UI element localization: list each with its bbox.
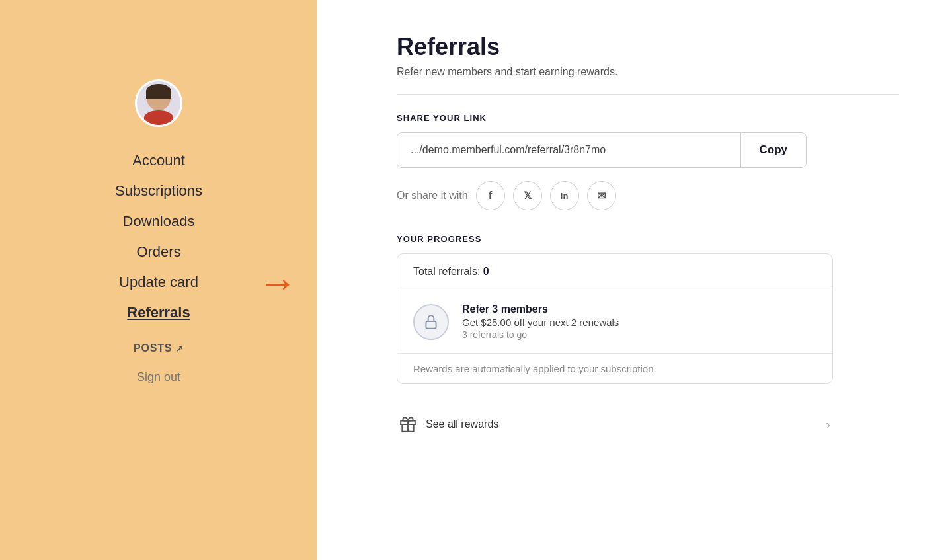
twitter-share-button[interactable]: 𝕏 [513, 181, 542, 210]
arrow-annotation: → [258, 263, 298, 303]
see-rewards-label: See all rewards [426, 419, 816, 430]
reward-desc: Get $25.00 off your next 2 renewals [462, 317, 619, 328]
progress-section-label: YOUR PROGRESS [397, 234, 899, 244]
social-share-row: Or share it with f 𝕏 in ✉ [397, 181, 899, 210]
sidebar-item-referrals[interactable]: Referrals [127, 300, 190, 325]
facebook-icon: f [489, 189, 493, 202]
reward-row: Refer 3 members Get $25.00 off your next… [397, 290, 832, 354]
main-content: Referrals Refer new members and start ea… [317, 0, 952, 560]
total-referrals-value: 0 [483, 266, 489, 277]
share-link-box: Copy [397, 132, 807, 168]
progress-card: Total referrals: 0 Refer 3 members Get $… [397, 253, 833, 384]
sidebar-item-account[interactable]: Account [132, 148, 185, 173]
avatar [135, 79, 182, 127]
social-share-label: Or share it with [397, 190, 468, 202]
reward-lock-icon-wrap [413, 304, 449, 340]
copy-button[interactable]: Copy [740, 133, 807, 167]
linkedin-share-button[interactable]: in [550, 181, 579, 210]
progress-section: YOUR PROGRESS Total referrals: 0 Refer 3… [397, 234, 899, 384]
sidebar-item-posts[interactable]: POSTS ↗ [134, 339, 184, 358]
reward-remaining: 3 referrals to go [462, 329, 619, 340]
svg-rect-0 [426, 321, 436, 328]
referral-link-input[interactable] [397, 133, 740, 167]
sidebar-item-update-card[interactable]: Update card [119, 270, 198, 295]
reward-info: Refer 3 members Get $25.00 off your next… [462, 303, 619, 340]
total-referrals-label: Total referrals: [413, 266, 480, 277]
linkedin-icon: in [561, 191, 569, 201]
sidebar: Account Subscriptions Downloads Orders U… [0, 0, 317, 560]
page-subtitle: Refer new members and start earning rewa… [397, 66, 899, 78]
sidebar-item-signout[interactable]: Sign out [137, 366, 180, 388]
reward-note-row: Rewards are automatically applied to you… [397, 354, 832, 383]
total-referrals-row: Total referrals: 0 [397, 254, 832, 290]
lock-icon [422, 313, 440, 331]
sidebar-item-downloads[interactable]: Downloads [123, 209, 195, 234]
chevron-right-icon: › [826, 417, 830, 432]
email-share-button[interactable]: ✉ [587, 181, 616, 210]
sidebar-item-orders[interactable]: Orders [136, 239, 180, 264]
reward-note: Rewards are automatically applied to you… [413, 363, 656, 374]
see-all-rewards-link[interactable]: See all rewards › [397, 403, 833, 446]
divider [397, 94, 899, 95]
share-section-label: SHARE YOUR LINK [397, 113, 899, 123]
reward-title: Refer 3 members [462, 303, 619, 315]
share-section: SHARE YOUR LINK Copy Or share it with f … [397, 113, 899, 210]
twitter-icon: 𝕏 [524, 190, 532, 202]
page-title: Referrals [397, 33, 899, 61]
email-icon: ✉ [597, 190, 606, 202]
external-link-icon: ↗ [176, 344, 184, 354]
gift-icon [399, 416, 416, 433]
sidebar-item-subscriptions[interactable]: Subscriptions [115, 179, 202, 204]
facebook-share-button[interactable]: f [476, 181, 505, 210]
